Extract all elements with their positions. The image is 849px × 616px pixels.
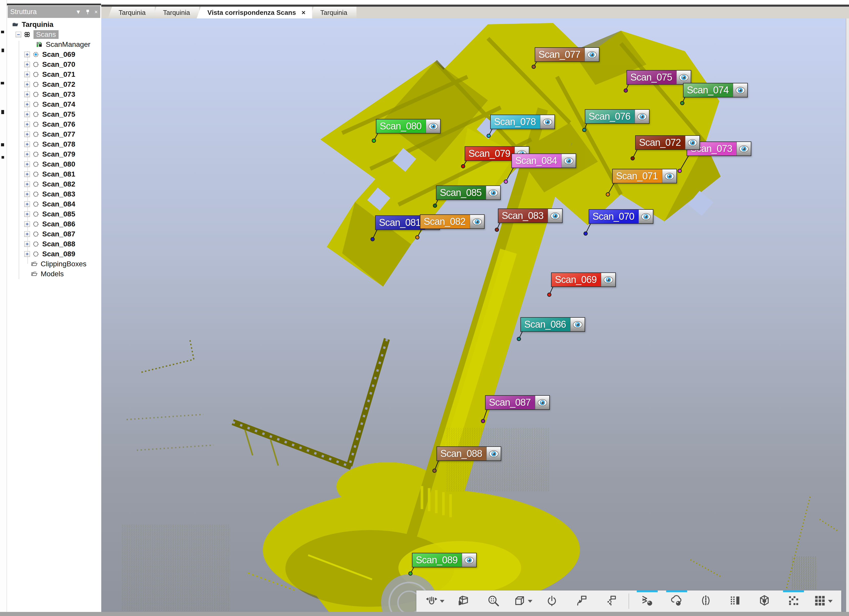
tree-node-scan_080[interactable]: +Scan_080 <box>7 159 101 169</box>
tree-node-scan_076[interactable]: +Scan_076 <box>7 119 101 129</box>
camera-cube-button[interactable] <box>453 592 475 611</box>
visibility-eye-icon[interactable] <box>535 396 549 409</box>
tree-node-scan_084[interactable]: +Scan_084 <box>7 199 101 209</box>
scan-label-scan_087[interactable]: Scan_087 <box>485 395 550 410</box>
tree-node-scan_088[interactable]: +Scan_088 <box>7 239 101 249</box>
tree-node-scan_071[interactable]: +Scan_071 <box>7 69 101 79</box>
tree-expand-box[interactable]: − <box>16 32 21 37</box>
tree-expand-box[interactable]: + <box>24 221 30 227</box>
tree-expand-box[interactable]: + <box>24 112 30 117</box>
visibility-eye-icon[interactable] <box>540 115 554 129</box>
visibility-eye-icon[interactable] <box>486 186 500 200</box>
cube-ball-button[interactable] <box>754 592 775 611</box>
tree-node-scan_078[interactable]: +Scan_078 <box>7 139 101 149</box>
scan-label-scan_089[interactable]: Scan_089 <box>412 553 477 567</box>
tree-node-scan_077[interactable]: +Scan_077 <box>7 129 101 139</box>
tree-expand-box[interactable]: + <box>24 92 30 97</box>
panel-collapse-icon[interactable]: ▼ <box>76 9 81 15</box>
tree-expand-box[interactable]: + <box>24 241 30 247</box>
tree-node-scan_086[interactable]: +Scan_086 <box>7 219 101 229</box>
visibility-eye-icon[interactable] <box>676 71 691 84</box>
tree-node-scan_072[interactable]: +Scan_072 <box>7 79 101 89</box>
visibility-eye-icon[interactable] <box>585 48 599 61</box>
pivot-button[interactable] <box>541 592 563 611</box>
tree-expand-box[interactable]: + <box>24 82 30 87</box>
tree-node-scan_070[interactable]: +Scan_070 <box>7 59 101 69</box>
tab-vista-corrispondenza-scans[interactable]: Vista corrispondenza Scans× <box>197 7 312 18</box>
column-view-button[interactable] <box>724 592 746 611</box>
flag-back-button[interactable] <box>570 592 592 611</box>
scan-label-scan_083[interactable]: Scan_083 <box>498 209 563 223</box>
tree-expand-box[interactable]: + <box>24 251 30 257</box>
tree-node-scan_083[interactable]: +Scan_083 <box>7 189 101 199</box>
scan-label-scan_078[interactable]: Scan_078 <box>490 115 555 129</box>
tree-expand-box[interactable]: + <box>24 72 30 77</box>
tree-expand-box[interactable]: + <box>24 151 30 157</box>
tree-node-scan_087[interactable]: +Scan_087 <box>7 229 101 239</box>
dropdown-caret-icon[interactable] <box>828 600 833 603</box>
scan-label-scan_088[interactable]: Scan_088 <box>436 446 501 461</box>
visibility-eye-icon[interactable] <box>733 84 747 97</box>
correspondence-grid-button[interactable] <box>782 592 804 611</box>
tree-expand-box[interactable]: + <box>24 62 30 67</box>
visibility-eye-icon[interactable] <box>685 136 699 149</box>
scan-label-scan_076[interactable]: Scan_076 <box>585 109 649 124</box>
tree-node-scan_085[interactable]: +Scan_085 <box>7 209 101 219</box>
tree-expand-box[interactable]: + <box>24 172 30 177</box>
dropdown-caret-icon[interactable] <box>440 600 444 603</box>
dropdown-caret-icon[interactable] <box>528 600 532 603</box>
scan-label-scan_075[interactable]: Scan_075 <box>627 70 691 85</box>
zoom-selection-button[interactable] <box>482 592 504 611</box>
scan-label-scan_069[interactable]: Scan_069 <box>551 273 616 287</box>
visibility-eye-icon[interactable] <box>470 215 484 228</box>
visibility-eye-icon[interactable] <box>601 273 615 286</box>
tree-node-scan_082[interactable]: +Scan_082 <box>7 179 101 189</box>
tree-root-tarquinia[interactable]: Tarquinia <box>7 19 101 30</box>
tree-expand-box[interactable]: + <box>24 121 30 127</box>
scan-label-scan_084[interactable]: Scan_084 <box>511 154 576 168</box>
visibility-eye-icon[interactable] <box>662 169 676 183</box>
tree-expand-box[interactable]: + <box>24 101 30 107</box>
tree-expand-box[interactable]: + <box>24 201 30 207</box>
flag-add-button[interactable] <box>599 592 621 611</box>
tree-node-scan_079[interactable]: +Scan_079 <box>7 149 101 159</box>
tree-node-models[interactable]: Models <box>7 269 101 279</box>
layout-grid-button[interactable] <box>812 592 834 611</box>
scan-label-scan_070[interactable]: Scan_070 <box>589 209 653 224</box>
scan-label-scan_071[interactable]: Scan_071 <box>612 169 677 183</box>
scan-label-scan_072[interactable]: Scan_072 <box>635 135 700 150</box>
3d-viewport[interactable]: Scan_077Scan_075Scan_074Scan_076Scan_078… <box>101 18 849 612</box>
visibility-eye-icon[interactable] <box>426 119 440 133</box>
pan-gesture-button[interactable] <box>424 592 446 611</box>
tab-tarquinia-1[interactable]: Tarquinia <box>152 7 200 18</box>
tree-node-scan_074[interactable]: +Scan_074 <box>7 99 101 109</box>
scan-label-scan_082[interactable]: Scan_082 <box>420 214 485 229</box>
tab-tarquinia-0[interactable]: Tarquinia <box>108 7 155 18</box>
visibility-eye-icon[interactable] <box>639 210 653 223</box>
panel-pin-icon[interactable] <box>86 9 90 15</box>
tab-close-icon[interactable]: × <box>301 9 305 16</box>
tree-node-scan_089[interactable]: +Scan_089 <box>7 249 101 259</box>
visibility-eye-icon[interactable] <box>736 142 751 155</box>
visibility-eye-icon[interactable] <box>462 553 476 567</box>
tree-node-scanmanager[interactable]: ScanManager <box>7 39 101 49</box>
visibility-eye-icon[interactable] <box>486 447 501 461</box>
scan-label-scan_074[interactable]: Scan_074 <box>683 83 748 97</box>
visibility-eye-icon[interactable] <box>548 209 562 222</box>
mirror-view-button[interactable] <box>695 592 717 611</box>
tree-node-scan_075[interactable]: +Scan_075 <box>7 109 101 119</box>
scan-label-scan_080[interactable]: Scan_080 <box>376 119 441 134</box>
visibility-eye-icon[interactable] <box>570 318 585 331</box>
tree-expand-box[interactable]: + <box>24 142 30 147</box>
visibility-eye-icon[interactable] <box>635 110 649 123</box>
tree-expand-box[interactable]: + <box>24 231 30 237</box>
tree-expand-box[interactable]: + <box>24 52 30 57</box>
tree-expand-box[interactable]: + <box>24 211 30 217</box>
tree-node-scan_073[interactable]: +Scan_073 <box>7 89 101 99</box>
tree-expand-box[interactable]: + <box>24 181 30 187</box>
visibility-eye-icon[interactable] <box>561 154 576 167</box>
tree-expand-box[interactable]: + <box>24 191 30 197</box>
tree-expand-box[interactable]: + <box>24 131 30 137</box>
tree-node-scan_069[interactable]: +Scan_069 <box>7 49 101 59</box>
cloud-view-button[interactable] <box>666 592 688 611</box>
